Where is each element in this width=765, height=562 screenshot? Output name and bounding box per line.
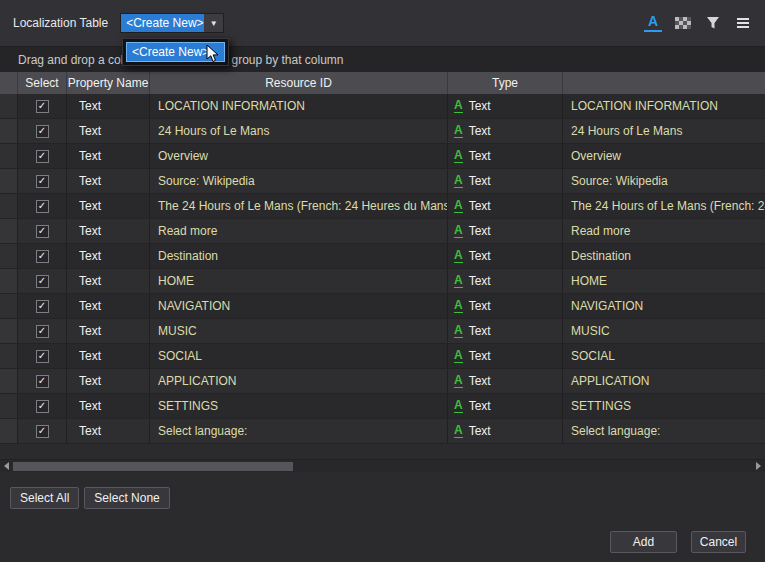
type-cell: A Text: [448, 194, 563, 218]
resource-id-cell: Select language:: [150, 419, 448, 443]
row-checkbox[interactable]: ✓: [36, 125, 49, 138]
property-name-cell: Text: [67, 219, 150, 243]
table-row[interactable]: ✓ Text LOCATION INFORMATION A Text LOCAT…: [0, 94, 765, 119]
table-row[interactable]: ✓ Text Source: Wikipedia A Text Source: …: [0, 169, 765, 194]
filter-icon[interactable]: [704, 14, 722, 32]
table-row[interactable]: ✓ Text SETTINGS A Text SETTINGS: [0, 394, 765, 419]
row-indicator: [0, 294, 18, 318]
resource-id-cell: Read more: [150, 219, 448, 243]
type-label: Text: [469, 299, 491, 313]
horizontal-scrollbar[interactable]: [0, 459, 765, 472]
checkmark-icon: ✓: [38, 251, 46, 261]
row-indicator: [0, 344, 18, 368]
property-name-cell: Text: [67, 169, 150, 193]
table-row[interactable]: ✓ Text HOME A Text HOME: [0, 269, 765, 294]
table-body: ✓ Text LOCATION INFORMATION A Text LOCAT…: [0, 94, 765, 444]
property-name-cell: Text: [67, 119, 150, 143]
checkerboard-icon[interactable]: [674, 14, 692, 32]
text-type-icon: A: [454, 325, 463, 338]
checkmark-icon: ✓: [38, 376, 46, 386]
row-checkbox[interactable]: ✓: [36, 225, 49, 238]
row-indicator: [0, 219, 18, 243]
row-indicator: [0, 144, 18, 168]
row-checkbox[interactable]: ✓: [36, 375, 49, 388]
combobox-value[interactable]: <Create New>: [121, 14, 204, 32]
table-row[interactable]: ✓ Text Destination A Text Destination: [0, 244, 765, 269]
type-label: Text: [469, 274, 491, 288]
row-select-cell: ✓: [18, 269, 67, 293]
type-label: Text: [469, 324, 491, 338]
text-type-icon: A: [454, 375, 463, 388]
value-cell: SETTINGS: [563, 394, 765, 418]
text-type-icon: A: [454, 350, 463, 363]
resource-id-cell: SOCIAL: [150, 344, 448, 368]
row-indicator: [0, 194, 18, 218]
header-value[interactable]: [563, 72, 765, 94]
property-name-cell: Text: [67, 194, 150, 218]
hamburger-icon: [737, 18, 749, 28]
checkmark-icon: ✓: [38, 326, 46, 336]
checkmark-icon: ✓: [38, 101, 46, 111]
table-row[interactable]: ✓ Text NAVIGATION A Text NAVIGATION: [0, 294, 765, 319]
row-indicator: [0, 169, 18, 193]
table-row[interactable]: ✓ Text SOCIAL A Text SOCIAL: [0, 344, 765, 369]
type-label: Text: [469, 349, 491, 363]
row-checkbox[interactable]: ✓: [36, 200, 49, 213]
cancel-button[interactable]: Cancel: [691, 531, 746, 553]
row-checkbox[interactable]: ✓: [36, 100, 49, 113]
select-all-button[interactable]: Select All: [10, 487, 79, 509]
table-row[interactable]: ✓ Text MUSIC A Text MUSIC: [0, 319, 765, 344]
row-checkbox[interactable]: ✓: [36, 300, 49, 313]
header-property-name[interactable]: Property Name: [67, 72, 150, 94]
menu-icon[interactable]: [734, 14, 752, 32]
type-label: Text: [469, 199, 491, 213]
property-name-cell: Text: [67, 269, 150, 293]
scroll-left-arrow-icon[interactable]: [0, 460, 13, 472]
row-checkbox[interactable]: ✓: [36, 425, 49, 438]
text-type-icon: A: [454, 200, 463, 213]
header-type[interactable]: Type: [448, 72, 563, 94]
resource-id-cell: SETTINGS: [150, 394, 448, 418]
selection-buttons: Select All Select None: [10, 487, 765, 509]
checkmark-icon: ✓: [38, 226, 46, 236]
row-checkbox[interactable]: ✓: [36, 175, 49, 188]
scrollbar-thumb[interactable]: [13, 462, 293, 471]
row-select-cell: ✓: [18, 344, 67, 368]
property-name-cell: Text: [67, 294, 150, 318]
font-icon[interactable]: A: [644, 14, 662, 32]
value-cell: LOCATION INFORMATION: [563, 94, 765, 118]
row-checkbox[interactable]: ✓: [36, 400, 49, 413]
property-name-cell: Text: [67, 344, 150, 368]
type-label: Text: [469, 424, 491, 438]
value-cell: NAVIGATION: [563, 294, 765, 318]
resource-id-cell: APPLICATION: [150, 369, 448, 393]
table-select-combobox[interactable]: <Create New> ▼: [120, 13, 224, 33]
header-resource-id[interactable]: Resource ID: [150, 72, 448, 94]
type-cell: A Text: [448, 319, 563, 343]
table-row[interactable]: ✓ Text Select language: A Text Select la…: [0, 419, 765, 444]
add-button[interactable]: Add: [610, 531, 677, 553]
checkmark-icon: ✓: [38, 176, 46, 186]
value-cell: Read more: [563, 219, 765, 243]
chevron-down-icon[interactable]: ▼: [204, 14, 223, 32]
table-row[interactable]: ✓ Text Read more A Text Read more: [0, 219, 765, 244]
table-row[interactable]: ✓ Text 24 Hours of Le Mans A Text 24 Hou…: [0, 119, 765, 144]
row-checkbox[interactable]: ✓: [36, 150, 49, 163]
type-label: Text: [469, 174, 491, 188]
row-checkbox[interactable]: ✓: [36, 275, 49, 288]
row-checkbox[interactable]: ✓: [36, 350, 49, 363]
scroll-right-arrow-icon[interactable]: [752, 460, 765, 472]
table-row[interactable]: ✓ Text Overview A Text Overview: [0, 144, 765, 169]
row-select-cell: ✓: [18, 244, 67, 268]
header-select[interactable]: Select: [18, 72, 67, 94]
table-row[interactable]: ✓ Text APPLICATION A Text APPLICATION: [0, 369, 765, 394]
group-by-bar[interactable]: Drag and drop a column header here to gr…: [0, 46, 765, 72]
select-none-button[interactable]: Select None: [84, 487, 169, 509]
text-type-icon: A: [454, 225, 463, 238]
type-label: Text: [469, 374, 491, 388]
row-checkbox[interactable]: ✓: [36, 250, 49, 263]
row-select-cell: ✓: [18, 369, 67, 393]
row-checkbox[interactable]: ✓: [36, 325, 49, 338]
table-row[interactable]: ✓ Text The 24 Hours of Le Mans (French: …: [0, 194, 765, 219]
value-cell: Overview: [563, 144, 765, 168]
